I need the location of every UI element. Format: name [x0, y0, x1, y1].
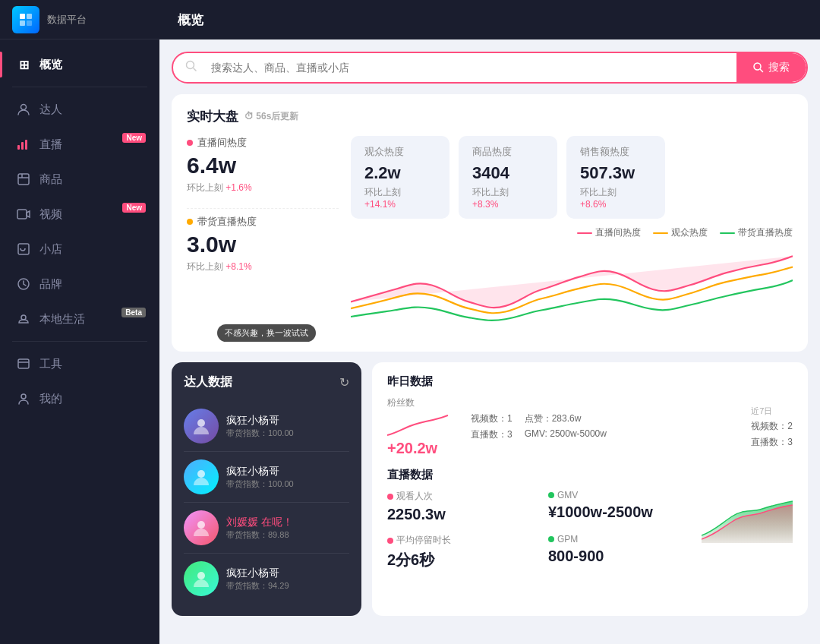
sidebar-item-mine[interactable]: 我的: [0, 381, 159, 416]
svg-rect-9: [17, 210, 27, 219]
nav-divider-1: [12, 87, 147, 87]
svg-point-17: [197, 419, 205, 427]
cargo-heat-change-val: +8.1%: [226, 261, 251, 272]
talent-info-2: 疯狂小杨哥 带货指数：100.00: [226, 465, 349, 490]
talent-header: 达人数据 ↻: [184, 374, 349, 390]
shop-icon: [15, 241, 32, 257]
sidebar-item-label: 工具: [39, 357, 62, 371]
search-input[interactable]: [197, 54, 736, 81]
svg-point-20: [197, 572, 205, 579]
stat-likes: 点赞：283.6w: [525, 412, 607, 425]
search-button[interactable]: 搜索: [736, 53, 806, 82]
svg-rect-8: [18, 174, 29, 185]
brand-icon: [15, 276, 32, 292]
sidebar-item-live[interactable]: 直播 New: [0, 127, 159, 162]
sidebar-item-video[interactable]: 视频 New: [0, 197, 159, 232]
talent-index-2: 带货指数：100.00: [226, 478, 349, 490]
legend-cargo: 带货直播热度: [720, 226, 793, 239]
video-icon: [15, 206, 32, 223]
chart-legend: 直播间热度 观众热度 带货直播热度: [351, 226, 793, 239]
sidebar-item-overview[interactable]: ⊞ 概览: [0, 47, 159, 82]
talent-item-1[interactable]: 疯狂小杨哥 带货指数：100.00: [184, 401, 349, 452]
fans-block: 粉丝数 +20.2w: [387, 396, 456, 457]
live-stat-views: 观看人次 2250.3w: [387, 490, 533, 523]
sidebar-item-product[interactable]: 商品: [0, 162, 159, 197]
gpm-dot: [548, 536, 554, 542]
svg-rect-6: [21, 142, 24, 150]
talent-name-2: 疯狂小杨哥: [226, 465, 349, 478]
yesterday-grid: 粉丝数 +20.2w 视频数：1: [387, 396, 793, 457]
app-name: 数据平台: [47, 13, 87, 27]
sidebar-item-brand[interactable]: 品牌: [0, 267, 159, 301]
svg-rect-13: [18, 359, 29, 368]
legend-audience: 观众热度: [653, 226, 708, 239]
sidebar-item-tools[interactable]: 工具: [0, 346, 159, 381]
yesterday-section: 昨日数据 粉丝数 +20.2w: [387, 374, 793, 457]
sidebar-item-label: 我的: [39, 392, 62, 406]
realtime-content: 直播间热度 6.4w 环比上刻 +1.6% 带货直播热度: [187, 136, 793, 338]
talent-card: 不感兴趣，换一波试试 达人数据 ↻ 疯狂小杨哥 带货指数：100.00: [172, 362, 361, 616]
sidebar-item-talent[interactable]: 达人: [0, 92, 159, 127]
live-heat-metric: 直播间热度 6.4w 环比上刻 +1.6%: [187, 136, 339, 194]
content-area: 搜索 实时大盘 ⏱ 56s后更新 直播间热度 6.4w: [159, 39, 820, 628]
refresh-icon[interactable]: ↻: [339, 375, 349, 390]
sidebar-item-label: 直播: [39, 137, 62, 152]
stats-col-right: 点赞：283.6w GMV: 2500w-5000w: [525, 412, 607, 441]
svg-rect-3: [27, 21, 32, 26]
sidebar-item-shop[interactable]: 小店: [0, 232, 159, 267]
talent-icon: [15, 101, 32, 118]
talent-item-2[interactable]: 疯狂小杨哥 带货指数：100.00: [184, 452, 349, 503]
svg-point-19: [197, 521, 205, 529]
app-logo: [12, 6, 39, 33]
right-stat-cards: 观众热度 2.2w 环比上刻 +14.1% 商品热度 3404 环比上刻: [351, 136, 793, 219]
talent-name-3: 刘媛媛 在呢！: [226, 516, 349, 529]
svg-rect-5: [17, 145, 20, 150]
duration-dot: [387, 538, 393, 544]
live-stats-row: 观看人次 2250.3w GMV ¥1000w-2500w: [387, 490, 793, 570]
mine-icon: [15, 390, 32, 407]
live-stat-gpm: GPM 800-900: [548, 534, 694, 570]
talent-item-3[interactable]: 刘媛媛 在呢！ 带货指数：89.88: [184, 503, 349, 554]
sidebar-nav: ⊞ 概览 达人 直播 New 商品: [0, 39, 159, 644]
talent-index-4: 带货指数：94.29: [226, 580, 349, 592]
svg-point-16: [754, 63, 761, 70]
live-area-chart: [702, 490, 793, 543]
sidebar-item-label: 小店: [39, 242, 62, 257]
stat-lives: 直播数：3: [471, 428, 512, 441]
tools-icon: [15, 355, 32, 372]
sidebar-item-label: 概览: [39, 58, 62, 72]
live-stat-duration: 平均停留时长 2分6秒: [387, 534, 533, 570]
talent-list: 疯狂小杨哥 带货指数：100.00 疯狂小杨哥 带货指数：100.00: [184, 401, 349, 604]
search-btn-label: 搜索: [768, 61, 790, 74]
yesterday-title: 昨日数据: [387, 374, 793, 389]
svg-point-4: [21, 105, 27, 110]
sidebar-item-label: 商品: [39, 172, 62, 187]
main-content: 概览 搜索 实时大盘 ⏱ 56s后更新: [159, 0, 820, 644]
duration-value: 2分6秒: [387, 550, 533, 570]
gmv-value: ¥1000w-2500w: [548, 504, 694, 521]
sidebar-header: 数据平台: [0, 0, 159, 39]
live-section: 直播数据 观看人次 2250.3w: [387, 468, 793, 570]
svg-rect-0: [20, 14, 25, 19]
update-hint: ⏱ 56s后更新: [244, 110, 298, 123]
fans-label: 粉丝数: [387, 396, 456, 409]
talent-name-1: 疯狂小杨哥: [226, 414, 349, 428]
avatar-3: [184, 510, 219, 545]
sidebar-item-local[interactable]: 本地生活 Beta: [0, 301, 159, 336]
search-icon: [173, 60, 197, 75]
live-stat-gmv: GMV ¥1000w-2500w: [548, 490, 694, 523]
cargo-heat-metric: 带货直播热度 3.0w 环比上刻 +8.1%: [187, 215, 339, 273]
svg-rect-10: [18, 244, 29, 254]
suggest-tooltip: 不感兴趣，换一波试试: [217, 324, 316, 342]
live-stats-grid: 观看人次 2250.3w GMV ¥1000w-2500w: [387, 490, 694, 570]
live-heat-value: 6.4w: [187, 153, 339, 178]
talent-item-4[interactable]: 疯狂小杨哥 带货指数：94.29: [184, 554, 349, 604]
sidebar-item-label: 达人: [39, 103, 62, 117]
data-panel: 昨日数据 粉丝数 +20.2w: [372, 362, 808, 616]
yesterday-stats: 视频数：1 直播数：3 点赞：283.6w GMV: 2500w-5000w: [471, 412, 607, 441]
local-icon: [15, 311, 32, 327]
sidebar-item-label: 本地生活: [39, 312, 85, 327]
svg-rect-1: [27, 14, 32, 19]
bottom-row: 不感兴趣，换一波试试 达人数据 ↻ 疯狂小杨哥 带货指数：100.00: [172, 362, 808, 616]
stats-col-left: 视频数：1 直播数：3: [471, 412, 512, 441]
